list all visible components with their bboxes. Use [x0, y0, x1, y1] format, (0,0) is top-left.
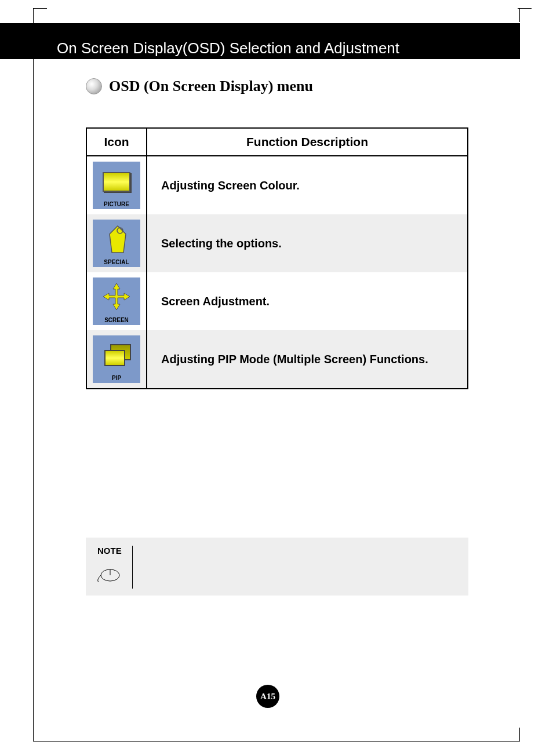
cell-description: Selecting the options. — [147, 237, 467, 250]
icon-label: SCREEN — [93, 317, 140, 323]
cell-description: Adjusting Screen Colour. — [147, 179, 467, 192]
page-number: A15 — [256, 685, 279, 708]
cell-icon: SCREEN — [87, 272, 147, 330]
mouse-icon — [97, 567, 121, 583]
column-header-icon: Icon — [87, 129, 147, 155]
picture-icon: PICTURE — [93, 162, 140, 209]
svg-marker-0 — [110, 226, 126, 253]
osd-table: Icon Function Description PICTURE Adjust… — [86, 127, 468, 389]
table-row: PIP Adjusting PIP Mode (Multiple Screen)… — [87, 330, 467, 388]
screen-icon: SCREEN — [93, 277, 140, 325]
divider — [132, 546, 133, 589]
svg-marker-2 — [103, 283, 130, 310]
sphere-bullet-icon — [86, 78, 102, 94]
cell-icon: PICTURE — [87, 156, 147, 214]
note-label: NOTE — [97, 546, 122, 556]
column-header-description: Function Description — [147, 135, 467, 149]
icon-label: PICTURE — [93, 201, 140, 207]
cell-icon: PIP — [87, 330, 147, 388]
cell-icon: SPECIAL — [87, 214, 147, 272]
note-box: NOTE — [86, 538, 468, 596]
cell-description: Adjusting PIP Mode (Multiple Screen) Fun… — [147, 353, 467, 366]
crop-mark — [519, 8, 520, 22]
crop-mark — [519, 728, 520, 742]
icon-label: SPECIAL — [93, 259, 140, 265]
table-row: SCREEN Screen Adjustment. — [87, 272, 467, 330]
crop-mark — [33, 8, 47, 9]
table-row: SPECIAL Selecting the options. — [87, 214, 467, 272]
page-title: On Screen Display(OSD) Selection and Adj… — [57, 39, 399, 57]
icon-label: PIP — [93, 375, 140, 381]
cell-description: Screen Adjustment. — [147, 295, 467, 308]
special-icon: SPECIAL — [93, 220, 140, 267]
pip-icon: PIP — [93, 335, 140, 383]
table-row: PICTURE Adjusting Screen Colour. — [87, 156, 467, 214]
table-header: Icon Function Description — [87, 129, 467, 156]
tag-icon — [105, 222, 128, 255]
section-title: OSD (On Screen Display) menu — [109, 78, 313, 95]
move-arrows-icon — [102, 282, 131, 311]
